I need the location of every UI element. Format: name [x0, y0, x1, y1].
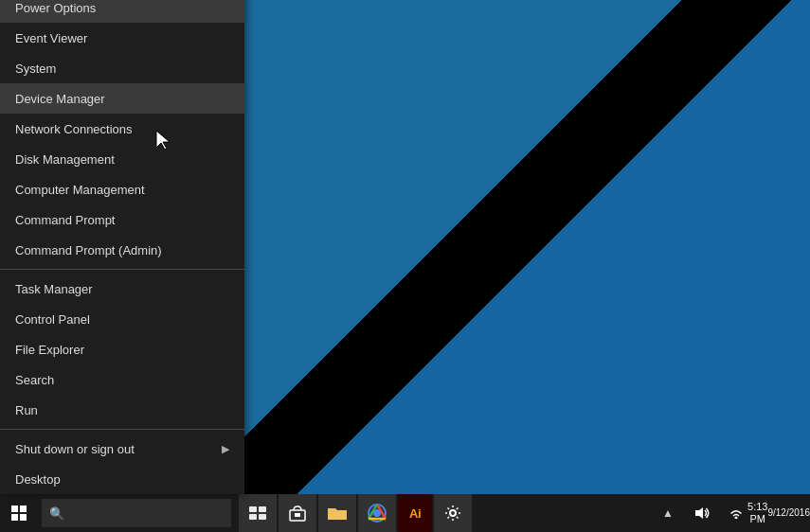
menu-item-device-manager[interactable]: Device Manager [0, 83, 244, 114]
menu-item-label-file-explorer: File Explorer [15, 343, 84, 357]
menu-item-label-event-viewer: Event Viewer [15, 31, 87, 45]
menu-item-label-disk-management: Disk Management [15, 152, 115, 167]
tray-icon-1[interactable]: ▲ [653, 494, 683, 532]
svg-point-15 [735, 517, 738, 520]
desktop-background [242, 0, 810, 532]
menu-item-label-network-connections: Network Connections [15, 122, 133, 136]
menu-item-power-options[interactable]: Power Options [0, 0, 244, 23]
context-menu: Programs and FeaturesPower OptionsEvent … [0, 0, 244, 494]
start-button[interactable] [0, 494, 38, 532]
taskbar-search-box[interactable]: 🔍 [42, 499, 231, 527]
svg-rect-5 [259, 506, 266, 512]
store-icon-button[interactable] [279, 494, 316, 532]
volume-icon[interactable] [687, 494, 717, 532]
svg-rect-9 [295, 513, 300, 517]
menu-item-shut-down[interactable]: Shut down or sign out▶ [0, 434, 244, 464]
menu-item-label-control-panel: Control Panel [15, 312, 90, 327]
svg-rect-0 [11, 505, 18, 512]
svg-rect-6 [249, 514, 257, 520]
search-icon: 🔍 [49, 506, 64, 521]
menu-item-run[interactable]: Run [0, 395, 244, 425]
menu-item-command-prompt-admin[interactable]: Command Prompt (Admin) [0, 235, 244, 265]
taskbar-pinned-icons: Ai [239, 494, 472, 532]
chrome-button[interactable] [358, 494, 396, 532]
menu-item-label-system: System [15, 62, 56, 76]
system-tray: ▲ 5:13 PM 9/12/2016 [653, 494, 810, 532]
menu-item-event-viewer[interactable]: Event Viewer [0, 23, 244, 53]
menu-item-task-manager[interactable]: Task Manager [0, 274, 244, 304]
menu-item-command-prompt[interactable]: Command Prompt [0, 204, 244, 235]
svg-point-13 [450, 510, 456, 516]
menu-item-network-connections[interactable]: Network Connections [0, 114, 244, 144]
menu-item-control-panel[interactable]: Control Panel [0, 304, 244, 334]
svg-rect-7 [259, 514, 266, 520]
clock[interactable]: 5:13 PM 9/12/2016 [755, 494, 802, 532]
menu-item-arrow-shut-down: ▶ [222, 443, 229, 455]
svg-rect-10 [328, 511, 347, 520]
menu-item-computer-management[interactable]: Computer Management [0, 174, 244, 204]
task-view-button[interactable] [239, 494, 277, 532]
ai-label: Ai [409, 506, 421, 521]
illustrator-button[interactable]: Ai [398, 494, 432, 532]
menu-item-label-desktop: Desktop [15, 472, 61, 487]
file-explorer-button[interactable] [318, 494, 356, 532]
menu-item-label-shut-down: Shut down or sign out [15, 442, 135, 456]
menu-item-search[interactable]: Search [0, 364, 244, 395]
menu-item-label-power-options: Power Options [15, 1, 96, 15]
settings-button[interactable] [434, 494, 472, 532]
menu-item-label-computer-management: Computer Management [15, 183, 145, 197]
svg-rect-3 [20, 514, 27, 521]
svg-marker-14 [695, 507, 703, 519]
menu-item-label-device-manager: Device Manager [15, 92, 105, 106]
svg-rect-2 [11, 514, 18, 521]
menu-item-label-run: Run [15, 403, 38, 417]
menu-item-file-explorer[interactable]: File Explorer [0, 334, 244, 364]
menu-item-desktop[interactable]: Desktop [0, 464, 244, 494]
taskbar: 🔍 [0, 494, 810, 532]
svg-rect-1 [20, 505, 27, 512]
svg-rect-4 [249, 506, 257, 512]
menu-item-system[interactable]: System [0, 53, 244, 83]
menu-item-label-task-manager: Task Manager [15, 282, 93, 296]
menu-divider [0, 429, 244, 430]
menu-item-disk-management[interactable]: Disk Management [0, 144, 244, 174]
menu-divider [0, 269, 244, 270]
menu-item-label-command-prompt-admin: Command Prompt (Admin) [15, 243, 162, 257]
menu-item-label-command-prompt: Command Prompt [15, 213, 115, 227]
menu-item-label-search: Search [15, 373, 54, 387]
